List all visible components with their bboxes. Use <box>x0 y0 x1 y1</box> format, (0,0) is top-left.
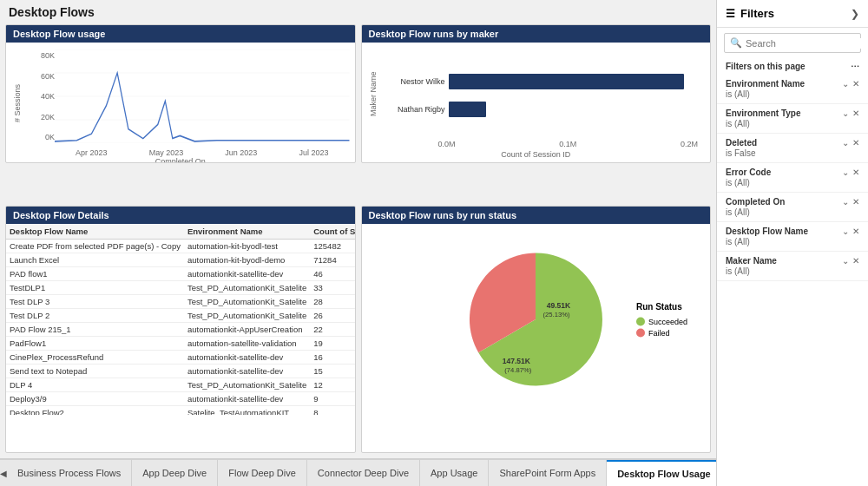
tab-business-process-flows[interactable]: Business Process Flows <box>7 460 132 486</box>
filter-item: Deleted ⌄ ✕ is False <box>717 134 868 163</box>
filter-value: is (All) <box>726 266 859 276</box>
table-cell: Create PDF from selected PDF page(s) - C… <box>6 240 184 253</box>
filter-clear-icon[interactable]: ✕ <box>852 227 859 236</box>
details-table: Desktop Flow Name Environment Name Count… <box>6 224 355 415</box>
filters-header: ☰ Filters ❯ <box>717 0 868 28</box>
filter-icon: ☰ <box>726 8 735 20</box>
table-cell: 9 <box>310 392 354 406</box>
table-row: Deploy3/9automationkit-satellite-dev95/1… <box>6 392 355 406</box>
usage-chart-svg <box>55 49 350 143</box>
maker-bar-1 <box>449 74 684 89</box>
x-axis-labels: Apr 2023May 2023Jun 2023Jul 2023 <box>55 148 350 157</box>
run-status-chart-area: 49.51K (25.13%) 147.51K (74.87%) Run Sta… <box>362 224 711 415</box>
filter-controls[interactable]: ⌄ ✕ <box>842 108 859 118</box>
table-cell: 125482 <box>310 240 354 253</box>
table-row: PadFlow1automation-satellite-validation1… <box>6 337 355 351</box>
table-cell: Launch Excel <box>6 253 184 267</box>
table-row: Create PDF from selected PDF page(s) - C… <box>6 240 355 253</box>
filters-more-icon[interactable]: ⋯ <box>851 62 859 71</box>
table-cell: automationkit-AppUserCreation <box>184 323 310 337</box>
filter-item: Environment Type ⌄ ✕ is (All) <box>717 104 868 134</box>
maker-chart-card: Desktop Flow runs by maker Maker Name Ne… <box>361 24 712 163</box>
table-cell: automationkit-satellite-dev <box>184 392 310 406</box>
filter-clear-icon[interactable]: ✕ <box>852 108 859 118</box>
filter-expand-icon[interactable]: ⌄ <box>842 227 849 236</box>
filter-controls[interactable]: ⌄ ✕ <box>842 79 859 89</box>
filter-expand-icon[interactable]: ⌄ <box>842 79 849 89</box>
filter-name: Deleted <box>726 138 757 148</box>
filter-value: is (All) <box>726 178 859 187</box>
filter-controls[interactable]: ⌄ ✕ <box>842 167 859 177</box>
legend-failed-dot <box>636 329 645 338</box>
filter-expand-icon[interactable]: ⌄ <box>842 108 849 118</box>
filters-search-box[interactable]: 🔍 <box>724 33 861 53</box>
col-session-count: Count of Session ID <box>310 224 354 240</box>
table-cell: 16 <box>310 351 354 364</box>
filter-expand-icon[interactable]: ⌄ <box>842 138 849 148</box>
filters-panel: ☰ Filters ❯ 🔍 Filters on this page ⋯ Env… <box>716 0 868 486</box>
filter-expand-icon[interactable]: ⌄ <box>842 167 849 177</box>
tab-prev-btn[interactable]: ◀ <box>0 460 7 486</box>
usage-chart-title: Desktop Flow usage <box>6 25 355 43</box>
table-row: Launch Excelautomation-kit-byodl-demo712… <box>6 253 355 267</box>
search-icon: 🔍 <box>730 37 742 49</box>
legend-succeeded: Succeeded <box>636 318 687 326</box>
table-cell: Test DLP 2 <box>6 309 184 323</box>
filter-item: Completed On ⌄ ✕ is (All) <box>717 193 868 222</box>
filter-name: Environment Type <box>726 108 801 118</box>
maker-x-labels: 0.0M0.1M0.2M <box>367 140 706 150</box>
run-status-card: Desktop Flow runs by run status 49.51K <box>361 206 712 453</box>
table-row: CinePlex_ProcessRefundautomationkit-sate… <box>6 351 355 364</box>
table-cell: PAD Flow 215_1 <box>6 323 184 337</box>
table-cell: 33 <box>310 281 354 295</box>
filter-expand-icon[interactable]: ⌄ <box>842 197 849 207</box>
tab-app-usage[interactable]: App Usage <box>420 460 489 486</box>
filter-value: is (All) <box>726 89 859 99</box>
filter-items-list: Environment Name ⌄ ✕ is (All) Environmen… <box>717 75 868 486</box>
tab-connector-deep-dive[interactable]: Connector Deep Dive <box>307 460 420 486</box>
table-cell: 26 <box>310 309 354 323</box>
filter-item-header: Completed On ⌄ ✕ <box>726 197 859 207</box>
table-row: PAD Flow 215_1automationkit-AppUserCreat… <box>6 323 355 337</box>
filter-name: Environment Name <box>726 79 805 89</box>
table-cell: automationkit-satellite-dev <box>184 267 310 281</box>
table-row: DLP 4Test_PD_AutomationKit_Satelite127/1… <box>6 378 355 392</box>
filter-item: Maker Name ⌄ ✕ is (All) <box>717 252 868 281</box>
tab-flow-deep-dive[interactable]: Flow Deep Dive <box>218 460 307 486</box>
table-cell: 12 <box>310 378 354 392</box>
table-cell: automation-satellite-validation <box>184 337 310 351</box>
filter-clear-icon[interactable]: ✕ <box>852 138 859 148</box>
run-status-title: Desktop Flow runs by run status <box>362 207 711 224</box>
svg-text:49.51K: 49.51K <box>547 301 571 310</box>
y-axis-title: # Sessions <box>11 48 23 159</box>
filters-close-btn[interactable]: ❯ <box>851 8 859 20</box>
legend-run-status-title: Run Status <box>636 302 687 312</box>
table-cell: Desktop Flow2 <box>6 406 184 416</box>
maker-x-axis-title: Count of Session ID <box>367 150 706 159</box>
filters-on-page-label: Filters on this page ⋯ <box>717 58 868 75</box>
on-page-text: Filters on this page <box>726 62 806 71</box>
pie-chart-svg: 49.51K (25.13%) 147.51K (74.87%) <box>462 246 609 393</box>
filter-clear-icon[interactable]: ✕ <box>852 256 859 266</box>
tab-desktop-flow-usage[interactable]: Desktop Flow Usage <box>607 460 716 486</box>
filters-title: ☰ Filters <box>726 7 774 20</box>
filter-expand-icon[interactable]: ⌄ <box>842 256 849 266</box>
search-input[interactable] <box>746 38 865 49</box>
filter-controls[interactable]: ⌄ ✕ <box>842 197 859 207</box>
filter-controls[interactable]: ⌄ ✕ <box>842 138 859 148</box>
filter-name: Completed On <box>726 197 785 207</box>
details-table-wrap[interactable]: Desktop Flow Name Environment Name Count… <box>6 224 355 415</box>
table-cell: automationkit-satellite-dev <box>184 364 310 378</box>
tab-app-deep-dive[interactable]: App Deep Dive <box>132 460 218 486</box>
filter-value: is False <box>726 148 859 158</box>
table-cell: Satelite_TestAutomationKIT <box>184 406 310 416</box>
filter-clear-icon[interactable]: ✕ <box>852 197 859 207</box>
tab-sharepoint-form-apps[interactable]: SharePoint Form Apps <box>489 460 607 486</box>
filter-name: Desktop Flow Name <box>726 227 808 236</box>
filter-controls[interactable]: ⌄ ✕ <box>842 256 859 266</box>
filter-controls[interactable]: ⌄ ✕ <box>842 227 859 236</box>
filter-clear-icon[interactable]: ✕ <box>852 79 859 89</box>
table-cell: Test_PD_AutomationKit_Satelite <box>184 295 310 309</box>
filter-value: is (All) <box>726 119 859 128</box>
filter-clear-icon[interactable]: ✕ <box>852 167 859 177</box>
